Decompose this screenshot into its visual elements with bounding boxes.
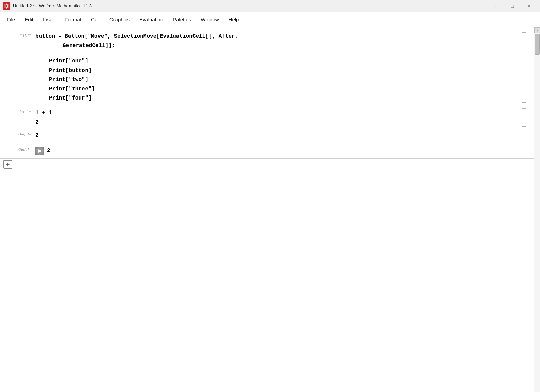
close-button[interactable]: ✕ bbox=[522, 1, 537, 12]
cell-output-2-value: 2 bbox=[47, 147, 50, 155]
cell-2-bracket bbox=[522, 108, 526, 127]
wolfram-icon bbox=[3, 2, 10, 10]
scrollbar-up-button[interactable]: ▲ bbox=[534, 27, 540, 33]
cell-2-content[interactable]: 1 + 1 2 bbox=[34, 107, 526, 128]
cell-output-1-value: 2 bbox=[35, 132, 39, 138]
menu-edit[interactable]: Edit bbox=[20, 15, 37, 25]
cell-1-line-2: GeneratedCell]]; bbox=[35, 41, 523, 50]
cell-output-2-content: 2 bbox=[34, 145, 526, 157]
cell-1-print1: Print["one"] bbox=[35, 57, 523, 66]
title-bar-left: Untitled-2 * - Wolfram Mathematica 11.3 bbox=[3, 2, 92, 10]
cell-1-bracket bbox=[522, 32, 526, 103]
cell-output-1-content: 2 bbox=[34, 130, 526, 141]
add-cell-button[interactable]: + bbox=[3, 160, 12, 169]
cell-1-print3: Print["two"] bbox=[35, 75, 523, 85]
scrollbar-track[interactable]: ▲ bbox=[534, 27, 540, 392]
cell-output-2: Out[○]= 2 bbox=[0, 145, 526, 157]
cell-2-label: In[○]:= bbox=[0, 107, 34, 128]
scrollbar-thumb[interactable] bbox=[535, 34, 540, 55]
menu-insert[interactable]: Insert bbox=[39, 15, 60, 25]
cell-input-1[interactable]: In[1]:= button = Button["Move", Selectio… bbox=[0, 31, 526, 104]
cell-1-line-1: button = Button["Move", SelectionMove[Ev… bbox=[35, 32, 523, 41]
cell-output-2-label: Out[○]= bbox=[0, 145, 34, 157]
cell-2-line-1: 1 + 1 bbox=[35, 108, 523, 118]
add-cell-area: + bbox=[0, 158, 534, 170]
cells-area: In[1]:= button = Button["Move", Selectio… bbox=[0, 27, 534, 174]
menu-help[interactable]: Help bbox=[225, 15, 243, 25]
cell-1-content[interactable]: button = Button["Move", SelectionMove[Ev… bbox=[34, 31, 526, 104]
window-title: Untitled-2 * - Wolfram Mathematica 11.3 bbox=[13, 3, 92, 9]
cell-output-1: Out[○]= 2 bbox=[0, 130, 526, 141]
menu-window[interactable]: Window bbox=[197, 15, 223, 25]
cell-input-2[interactable]: In[○]:= 1 + 1 2 bbox=[0, 107, 526, 128]
output-arrow-icon bbox=[35, 147, 44, 155]
minimize-button[interactable]: ─ bbox=[488, 1, 503, 12]
cell-output-1-label: Out[○]= bbox=[0, 130, 34, 141]
svg-point-2 bbox=[5, 5, 7, 7]
menu-evaluation[interactable]: Evaluation bbox=[135, 15, 167, 25]
cell-1-print4: Print["three"] bbox=[35, 85, 523, 94]
restore-button[interactable]: □ bbox=[505, 1, 520, 12]
cell-output-2-bracket bbox=[523, 147, 526, 155]
menu-file[interactable]: File bbox=[3, 15, 19, 25]
cell-1-print5: Print["four"] bbox=[35, 94, 523, 103]
menu-cell[interactable]: Cell bbox=[87, 15, 104, 25]
title-bar-controls: ─ □ ✕ bbox=[488, 1, 537, 12]
menu-format[interactable]: Format bbox=[61, 15, 86, 25]
cell-1-label: In[1]:= bbox=[0, 31, 34, 104]
main-area: In[1]:= button = Button["Move", Selectio… bbox=[0, 27, 540, 392]
menu-bar: File Edit Insert Format Cell Graphics Ev… bbox=[0, 12, 540, 27]
cell-1-print2: Print[button] bbox=[35, 66, 523, 75]
arrow-circle-svg bbox=[36, 147, 44, 155]
menu-palettes[interactable]: Palettes bbox=[169, 15, 195, 25]
notebook-content[interactable]: In[1]:= button = Button["Move", Selectio… bbox=[0, 27, 534, 392]
cell-output-1-bracket bbox=[523, 131, 526, 140]
menu-graphics[interactable]: Graphics bbox=[105, 15, 134, 25]
cell-2-line-2: 2 bbox=[35, 118, 523, 127]
title-bar: Untitled-2 * - Wolfram Mathematica 11.3 … bbox=[0, 0, 540, 12]
